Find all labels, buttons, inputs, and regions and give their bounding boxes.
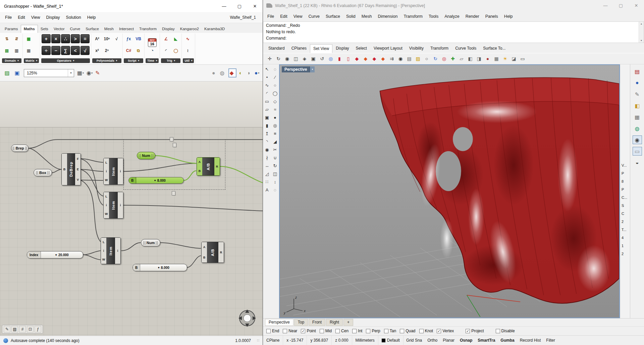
menu-item[interactable]: Transform (400, 12, 426, 21)
log10-icon[interactable]: 10ⁿ (102, 34, 111, 43)
output-port-i[interactable]: i (117, 249, 118, 252)
status-toggle[interactable]: Filter (543, 338, 558, 343)
menu-item[interactable]: View (290, 12, 306, 21)
input-port-i[interactable]: i (103, 249, 104, 252)
number-slider[interactable]: B ● 8.000 (132, 264, 187, 271)
canvas-widget-icon[interactable]: ⊡ (27, 326, 34, 333)
plan-view-icon[interactable]: ▱ (458, 55, 466, 63)
gh-tab[interactable]: Curve (67, 25, 83, 33)
rotate-icon[interactable]: ↻ (271, 162, 279, 169)
pencil-icon[interactable]: ✎ (633, 90, 642, 99)
texture-icon[interactable]: ▦ (633, 113, 642, 121)
menu-item[interactable]: Display (43, 13, 63, 22)
undo-view-icon[interactable]: ↺ (318, 55, 326, 63)
gh-tab[interactable]: Karamba3D (202, 25, 227, 33)
grid-toggle-icon[interactable]: ▦ (492, 55, 500, 63)
ribbon-group-label[interactable]: Matrix ▾ (24, 58, 39, 63)
environment-icon[interactable]: ◍ (633, 124, 642, 133)
arc-icon[interactable]: ◜ (263, 90, 271, 97)
gh-tab[interactable]: Intersect (116, 25, 137, 33)
shade-view-icon[interactable]: ◧ (466, 55, 474, 63)
mass-addition-icon[interactable]: ∑ (61, 46, 70, 55)
ribbon-group-label[interactable]: Polynomials ▾ (92, 58, 121, 63)
smooth-icon[interactable]: ≀ (183, 46, 192, 55)
menu-item[interactable]: Solution (63, 13, 84, 22)
status-toggle[interactable]: Planar (440, 338, 457, 343)
menu-item[interactable]: Curve (306, 12, 323, 21)
output-port-f[interactable]: F (77, 157, 79, 161)
zoom-dynamic-icon[interactable]: ◉ (283, 55, 291, 63)
target-icon[interactable]: ◎ (440, 55, 448, 63)
canvas-sketch-icon[interactable]: ✎ (4, 326, 10, 333)
script-blocks-icon[interactable]: ⧉ (134, 46, 143, 55)
preview-eye-icon[interactable]: ◉ ▾ (86, 69, 93, 77)
osnap-checkbox[interactable]: ✓ End (266, 329, 279, 333)
status-toggle[interactable]: SmartTra (475, 338, 498, 343)
hide-icon[interactable]: ◌ (271, 186, 279, 193)
toolbar-tab[interactable]: Set View (310, 44, 332, 53)
cplane-button[interactable]: CPlane (263, 336, 283, 345)
canvas-group-icon[interactable]: ▧ (11, 326, 18, 333)
no-preview-icon[interactable]: ● ▾ (211, 69, 217, 77)
ribbon-group-label[interactable]: Trig ▾ (161, 58, 180, 63)
paint-tool-icon[interactable]: ✎ ▾ (95, 69, 102, 77)
input-port-b[interactable]: B (203, 256, 206, 259)
ribbon-group-label[interactable]: Domain ▾ (2, 58, 21, 63)
rectangle-icon[interactable]: ▭ (263, 98, 271, 105)
output-port-v[interactable]: V (77, 178, 79, 181)
truck-view-2-icon[interactable]: ◆ (362, 55, 370, 63)
truck-view-4-icon[interactable]: ◆ (379, 55, 387, 63)
input-port-b[interactable]: B (63, 168, 66, 171)
zoom-window-icon[interactable]: ◫ (292, 55, 300, 63)
select-icon[interactable]: ↖ (263, 66, 271, 73)
menu-item[interactable]: Mesh (359, 12, 375, 21)
domain-two-icon[interactable]: ▥ (12, 46, 21, 55)
osnap-checkbox[interactable]: ✓ Disable (496, 329, 515, 333)
csharp-script-icon[interactable]: C# (124, 46, 133, 55)
domain-bounds-icon[interactable]: ▤ (2, 46, 11, 55)
status-toggle[interactable]: Grid Sna (404, 338, 425, 343)
canvas-fx-icon[interactable]: ƒ (35, 326, 41, 333)
osnap-checkbox[interactable]: ✓ Point (301, 329, 316, 333)
preview-settings-icon[interactable]: ◐ ▾ (238, 69, 244, 77)
minimize-button[interactable]: — (598, 0, 613, 11)
input-port-w[interactable]: W (105, 212, 108, 216)
zoom-selected-icon[interactable]: ◈ (301, 55, 309, 63)
mirror-icon[interactable]: ◫ (271, 170, 279, 177)
osnap-checkbox[interactable]: ✓ Vertex (437, 329, 454, 333)
clock-icon[interactable]: ◔ (151, 48, 154, 53)
status-toggle[interactable]: Gumba (498, 338, 517, 343)
canvas-compass-widget[interactable] (238, 309, 256, 329)
gh-tab[interactable]: Params (2, 25, 21, 33)
toolbar-tab[interactable]: CPlanes (288, 44, 310, 53)
gh-tab[interactable]: Surface (83, 25, 102, 33)
power-of-two-icon[interactable]: 2ⁿ (102, 46, 111, 55)
output-port-r[interactable]: R (220, 251, 222, 254)
toolbar-tab[interactable]: Select (353, 44, 370, 53)
view-capture-icon[interactable]: ▯ (344, 55, 352, 63)
input-port-b[interactable]: B (199, 169, 201, 173)
close-button[interactable]: ✕ (247, 0, 263, 12)
viewport-tab[interactable]: Top (294, 319, 308, 326)
gh-tab[interactable]: Maths (21, 25, 38, 33)
folder-view-icon[interactable]: ▨ (414, 55, 422, 63)
osnap-checkbox[interactable]: ✓ Near (283, 329, 297, 333)
input-port-w[interactable]: W (105, 178, 108, 182)
materials-icon[interactable]: ◧ (633, 101, 642, 110)
addition-icon[interactable]: + (42, 34, 51, 43)
cylinder-icon[interactable]: ▮ (263, 122, 271, 129)
zoom-target-icon[interactable]: ◎ (327, 55, 335, 63)
menu-item[interactable]: View (28, 13, 43, 22)
square-root-icon[interactable]: √ (80, 46, 90, 55)
input-port-l[interactable]: L (105, 195, 107, 198)
box-icon[interactable]: ▣ (263, 114, 271, 121)
truck-view-3-icon[interactable]: ◆ (370, 55, 378, 63)
node-item-2[interactable]: L i W Item i (103, 192, 123, 219)
maximize-button[interactable]: ▢ (232, 0, 247, 12)
node-item-1[interactable]: L i W Item i (103, 158, 123, 185)
subtraction-icon[interactable]: − (51, 46, 60, 55)
split-icon[interactable]: ∤ (263, 154, 271, 161)
named-view-icon[interactable]: ▮ (335, 55, 343, 63)
input-port-a[interactable]: A (199, 160, 201, 164)
input-port-i[interactable]: i (106, 204, 107, 207)
